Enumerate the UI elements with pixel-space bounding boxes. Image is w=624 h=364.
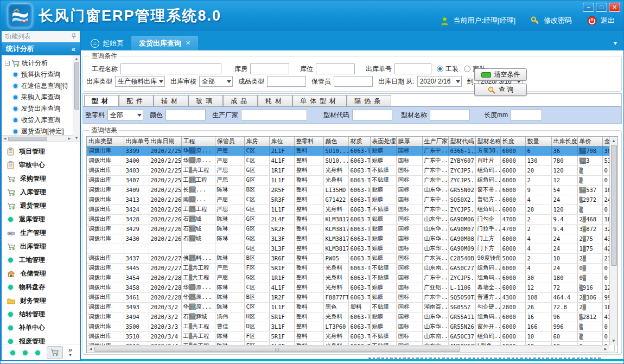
column-header[interactable]: 出库长度 bbox=[551, 137, 577, 146]
material-tab-5[interactable]: 耗材 bbox=[258, 95, 292, 106]
location-input[interactable] bbox=[316, 63, 355, 74]
tab-1[interactable]: 发货出库查询✕ bbox=[131, 36, 198, 50]
footer-more-button[interactable]: »▾ bbox=[68, 347, 72, 358]
table-row[interactable]: 调拨出库34452020/2/27工▒共工程严思F区5R1F整料光身料6063-… bbox=[87, 263, 614, 273]
sidebar-item-9[interactable]: 仓储管理 bbox=[7, 267, 80, 280]
column-header[interactable]: 颜色 bbox=[323, 137, 348, 146]
profile-name-input[interactable] bbox=[430, 110, 470, 120]
logout-link[interactable]: 退出 bbox=[601, 16, 615, 25]
scroll-down-icon[interactable]: ▼ bbox=[612, 337, 616, 345]
material-tab-4[interactable]: 成品 bbox=[223, 95, 258, 106]
column-header[interactable]: 保管员 bbox=[215, 137, 244, 146]
column-header[interactable]: 单价 bbox=[577, 137, 602, 146]
scroll-up-icon[interactable]: ▲ bbox=[73, 55, 80, 62]
audit-select[interactable]: 全部 bbox=[199, 76, 233, 87]
column-header[interactable]: 出库单号 bbox=[124, 137, 149, 146]
tree-item-1[interactable]: 在途信息查询[待 bbox=[5, 80, 72, 92]
color-input[interactable] bbox=[165, 110, 206, 120]
column-header[interactable]: 材质 bbox=[348, 137, 370, 146]
search-button[interactable]: 查 询 bbox=[474, 84, 527, 96]
sidebar-item-12[interactable]: 结转管理 bbox=[7, 308, 80, 321]
table-row[interactable]: 调拨出库34032020/2/25工▒共工程严思G区1R1F整料光身料6063-… bbox=[87, 165, 614, 175]
column-header[interactable]: 型材代码 bbox=[448, 137, 475, 146]
tree-horizontal-scrollbar[interactable]: ◄ ► bbox=[2, 135, 73, 142]
profile-code-input[interactable] bbox=[352, 110, 392, 120]
date-from-select[interactable]: 2020/ 2/16 bbox=[417, 76, 462, 87]
order-no-input[interactable] bbox=[394, 63, 431, 74]
sidebar-item-7[interactable]: 出库管理 bbox=[7, 240, 80, 253]
whole-piece-select[interactable]: 全部 bbox=[107, 110, 143, 120]
tree-item-3[interactable]: 发货出库查询 bbox=[5, 103, 72, 114]
table-row[interactable]: 调拨出库35102020/3/4工▒共工程陈琳F区5R1F整料光身料6063-T… bbox=[87, 331, 614, 341]
pin-icon[interactable] bbox=[71, 33, 77, 40]
tab-list-dropdown-icon[interactable]: ▼ bbox=[613, 40, 618, 46]
sidebar-item-10[interactable]: 物料盘存 bbox=[7, 280, 80, 294]
keeper-input[interactable] bbox=[334, 76, 373, 87]
scroll-right-icon[interactable]: ► bbox=[602, 347, 609, 352]
clear-conditions-button[interactable]: 清空条件 bbox=[474, 68, 527, 81]
sidebar-item-4[interactable]: 退货管理 bbox=[7, 199, 80, 213]
sidebar-item-3[interactable]: 入库管理 bbox=[7, 186, 80, 199]
column-header[interactable]: 出库日期 bbox=[149, 137, 181, 146]
sidebar-item-1[interactable]: 审核中心 bbox=[7, 158, 80, 172]
column-header[interactable]: 长度 bbox=[500, 137, 525, 146]
scroll-down-icon[interactable]: ▼ bbox=[73, 135, 80, 142]
footer-cart-button[interactable] bbox=[47, 346, 63, 359]
table-row[interactable]: 调拨出库34282020/2/26石▒▒城陈琳G区2L4F整料KLM381760… bbox=[87, 214, 614, 224]
table-row[interactable]: 调拨出库35002020/3/3工▒共工程曹佳D区3L1F整料LT3P60606… bbox=[87, 322, 614, 331]
table-row[interactable]: 调拨出库34932020/3/2华▒▒原...陈琳C区1L1F整料黑色塑料不贴膜… bbox=[87, 302, 614, 312]
scrollbar-thumb[interactable]: ||| bbox=[94, 347, 460, 352]
scroll-right-icon[interactable]: ► bbox=[66, 136, 73, 141]
column-header[interactable]: 库房 bbox=[244, 137, 269, 146]
tree-root-statistics[interactable]: −统计分析 bbox=[5, 58, 72, 69]
radio-工装[interactable]: 工装 bbox=[437, 65, 459, 74]
table-row[interactable]: 调拨出库34582020/2/28华▒▒原...陈琳C区4L1F整料光身料606… bbox=[87, 283, 614, 292]
sidebar-item-8[interactable]: 工地管理 bbox=[7, 253, 80, 267]
material-tab-6[interactable]: 单体型材 bbox=[292, 95, 347, 106]
column-header[interactable]: 整零料 bbox=[294, 137, 323, 146]
table-row[interactable]: 调拨出库33992020/2/25华▒▒原...严思C区2L1F整料SU10..… bbox=[87, 146, 614, 156]
column-header[interactable]: 膜厚 bbox=[396, 137, 422, 146]
table-row[interactable]: 调拨出库34612020/2/28华▒▒原...陈琳B区1R2F整料F8877F… bbox=[87, 292, 614, 302]
scroll-left-icon[interactable]: ◄ bbox=[2, 136, 8, 141]
minimize-button[interactable]: − bbox=[583, 3, 594, 12]
maximize-button[interactable]: □ bbox=[596, 3, 607, 12]
table-row[interactable]: 调拨出库34092020/2/25长▒▒...陈琳B区2R5F整料LI35HD6… bbox=[87, 185, 614, 195]
sidebar-item-14[interactable]: 报废管理 bbox=[7, 335, 80, 344]
tree-vertical-scrollbar[interactable]: ▲ ▼ bbox=[73, 55, 80, 142]
table-row[interactable]: 调拨出库34002020/2/25华▒▒原...严思C区4L1F整料SU10..… bbox=[87, 156, 614, 165]
sidebar-item-6[interactable]: 生产管理 bbox=[7, 226, 80, 240]
sidebar-item-0[interactable]: 项目管理 bbox=[7, 145, 80, 158]
material-tab-2[interactable]: 辅材 bbox=[154, 95, 188, 106]
length-input[interactable] bbox=[511, 110, 542, 120]
grid-horizontal-scrollbar[interactable]: ◄ ||| ► bbox=[87, 345, 609, 353]
project-name-input[interactable] bbox=[120, 63, 221, 74]
grid-vertical-scrollbar[interactable]: ▲ ▼ bbox=[609, 137, 617, 345]
tree-item-4[interactable]: 收货入库查询 bbox=[5, 114, 72, 126]
scrollbar-thumb[interactable] bbox=[8, 137, 47, 141]
footer-dot-button-1[interactable] bbox=[22, 348, 29, 357]
change-password-link[interactable]: 修改密码 bbox=[544, 16, 572, 25]
sidebar-item-2[interactable]: 采购管理 bbox=[7, 172, 80, 186]
tab-close-icon[interactable]: ✕ bbox=[186, 40, 190, 47]
table-row[interactable]: 调拨出库34942020/3/2石▒▒辉城汤伟H区5R1F整料光身料6063-T… bbox=[87, 312, 614, 322]
table-row[interactable]: 调拨出库34372020/2/27佛▒▒料...陈琳B区3R6F整料PW0560… bbox=[87, 253, 614, 263]
tree-item-0[interactable]: 预算执行查询 bbox=[5, 69, 72, 80]
outbound-type-select[interactable]: 生产领料出库 bbox=[115, 76, 165, 87]
scrollbar-thumb[interactable] bbox=[74, 62, 79, 110]
close-button[interactable]: ✕ bbox=[609, 3, 620, 12]
sidebar-group-header[interactable]: 统计分析 « bbox=[2, 42, 80, 55]
material-tab-3[interactable]: 玻璃 bbox=[188, 95, 223, 106]
table-row[interactable]: 调拨出库34302020/2/26石▒▒城陈琳G区3L3F整料KLM381760… bbox=[87, 234, 614, 244]
material-tab-7[interactable]: 隔热条 bbox=[347, 95, 391, 106]
tree-item-2[interactable]: 采购入库查询 bbox=[5, 92, 72, 103]
column-header[interactable]: 表面处理 bbox=[370, 137, 396, 146]
table-row[interactable]: 调拨出库34132020/2/26南▒▒...严思C区5R3F整料G714226… bbox=[87, 195, 614, 205]
table-row[interactable]: 调拨出库34292020/2/26石▒▒城陈琳G区5R2F整料KLM381760… bbox=[87, 224, 614, 234]
footer-dot-button-0[interactable] bbox=[9, 348, 16, 357]
scroll-left-icon[interactable]: ◄ bbox=[87, 347, 94, 352]
sidebar-item-5[interactable]: 退库管理 bbox=[7, 213, 80, 226]
collapse-icon[interactable]: « bbox=[72, 45, 75, 53]
scroll-up-icon[interactable]: ▲ bbox=[612, 137, 616, 145]
footer-dot-button-2[interactable] bbox=[34, 348, 41, 357]
